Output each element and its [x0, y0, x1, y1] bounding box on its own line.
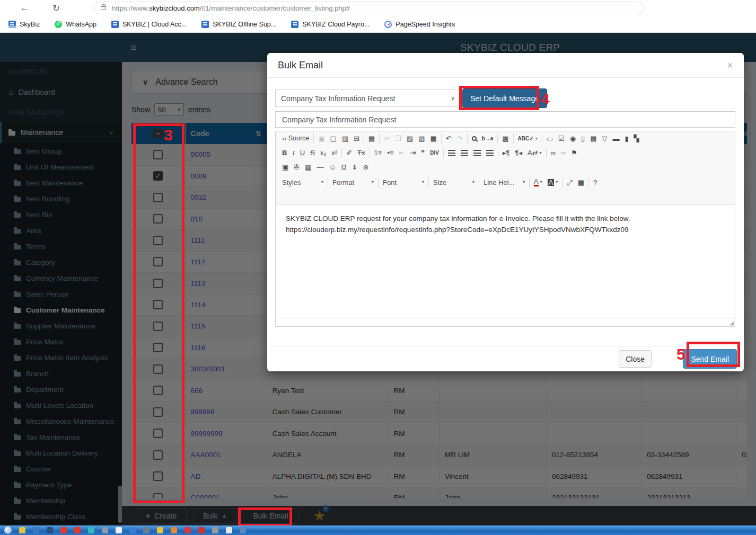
link-button[interactable]: ∞ [548, 148, 558, 158]
div-button[interactable]: DIV [427, 149, 442, 157]
paste-text-button[interactable]: ▧ [416, 133, 427, 144]
template-select[interactable]: Company Tax Information Request ∨ [275, 90, 461, 107]
send-email-button[interactable]: Send Email [683, 349, 737, 369]
preview-button[interactable]: ▥ [339, 133, 351, 144]
taskbar-icon[interactable] [74, 527, 81, 533]
taskbar-icon[interactable] [19, 527, 25, 533]
align-justify-button[interactable] [484, 148, 496, 157]
about-button[interactable]: ? [591, 177, 600, 188]
resize-handle[interactable]: ◢ [729, 320, 734, 326]
find-button[interactable] [469, 135, 479, 142]
blockquote-button[interactable]: ❞ [418, 148, 427, 158]
taskbar-icon[interactable] [226, 527, 232, 533]
taskbar-icon[interactable] [116, 527, 122, 533]
indent-button[interactable]: ⇥ [407, 148, 418, 158]
taskbar-icon[interactable] [47, 527, 53, 533]
refresh-icon[interactable]: ↻ [52, 3, 60, 14]
undo-button[interactable]: ↶ [443, 133, 454, 144]
form-button[interactable]: ▭ [544, 133, 556, 144]
replace-button[interactable]: b→a [479, 135, 496, 143]
taskbar-icon[interactable] [102, 527, 108, 533]
hidden-field-button[interactable]: ▚ [631, 133, 642, 144]
align-left-button[interactable] [445, 148, 458, 157]
bookmark-whatsapp[interactable]: WhatsApp [55, 21, 96, 28]
align-center-button[interactable] [458, 148, 471, 157]
select-all-button[interactable]: ▩ [499, 133, 511, 144]
taskbar-icon[interactable] [198, 527, 205, 533]
image-button-button[interactable]: ▮ [622, 133, 631, 144]
anchor-button[interactable]: ⚑ [568, 148, 580, 158]
checkbox-button[interactable]: ☑ [556, 133, 567, 144]
subscript-button[interactable]: x₂ [318, 148, 329, 158]
address-bar[interactable]: https://www.skybizcloud.com/01/maintenan… [93, 2, 644, 14]
line-height-combo-button[interactable]: Line Hei...▾ [481, 177, 528, 188]
bg-color-button[interactable]: A▾ [545, 177, 561, 188]
bold-button[interactable]: B [279, 148, 289, 158]
print-button[interactable]: ⊟ [351, 133, 362, 144]
line-height-combo-icon: Line Hei... [484, 179, 515, 186]
taskbar-icon[interactable] [143, 527, 150, 533]
button-button[interactable]: ▬ [610, 133, 622, 144]
copy-formatting-button[interactable]: ✐ [344, 148, 355, 158]
taskbar-icon[interactable] [171, 527, 177, 533]
page-break-button[interactable]: ⇟ [349, 162, 361, 172]
taskbar-icon[interactable] [184, 527, 191, 533]
close-button[interactable]: Close [619, 350, 652, 368]
spell-check-button[interactable]: ABC✓▾ [515, 135, 540, 143]
taskbar-icon[interactable] [88, 527, 94, 533]
set-default-message-button[interactable]: Set Default Message [462, 88, 547, 108]
flash-button[interactable]: ✇ [291, 162, 302, 172]
underline-button[interactable]: U [297, 148, 307, 158]
radio-button[interactable]: ◉ [567, 133, 578, 144]
bookmark-label: PageSpeed Insights [395, 21, 455, 28]
format-combo-button[interactable]: Format▾ [330, 177, 376, 188]
taskbar-icon[interactable] [129, 527, 136, 533]
taskbar-icon[interactable] [60, 527, 67, 533]
bookmark-skybiz[interactable]: SkyBiz [8, 21, 40, 28]
bookmark-skybiz-cloud-payro-[interactable]: SKYBIZ Cloud Payro... [291, 21, 370, 28]
superscript-button[interactable]: x² [329, 148, 340, 158]
maximize-button[interactable]: ⤢ [564, 177, 575, 188]
templates-button[interactable]: ▤ [366, 133, 377, 144]
table-button[interactable]: ▦ [302, 162, 314, 172]
paste-word-button[interactable]: ▦ [428, 133, 439, 144]
close-icon[interactable]: × [727, 59, 733, 72]
font-combo-button[interactable]: Font▾ [380, 177, 427, 188]
taskbar-icon[interactable] [157, 527, 163, 533]
back-icon[interactable]: ← [20, 3, 29, 13]
taskbar-icon[interactable] [212, 527, 218, 533]
bidi-ltr-button[interactable]: ▸¶ [500, 148, 513, 158]
remove-format-button[interactable]: Tx [355, 148, 367, 158]
horizontal-line-button[interactable]: ― [314, 162, 327, 172]
bulleted-list-button[interactable]: •≡ [384, 148, 396, 158]
numbered-list-button[interactable]: 1≡ [372, 148, 385, 158]
show-blocks-button[interactable]: ▦ [575, 177, 587, 188]
new-page-button[interactable]: ▢ [328, 133, 339, 144]
italic-button[interactable]: I [289, 148, 297, 158]
styles-combo-button[interactable]: Styles▾ [279, 177, 326, 188]
strikethrough-button[interactable]: S [307, 148, 318, 158]
bidi-rtl-button[interactable]: ¶◂ [513, 148, 525, 158]
source-button[interactable]: ‹›Source [279, 133, 312, 144]
textarea-button[interactable]: ▤ [587, 133, 599, 144]
align-right-button[interactable] [471, 148, 484, 157]
taskbar-icon[interactable] [33, 527, 39, 533]
text-field-button[interactable]: ▯ [578, 133, 587, 144]
toolbar-group: Styles▾ [278, 177, 328, 188]
editor-content[interactable]: SKYBIZ CLOUD ERP request for your compan… [276, 204, 735, 318]
bookmark-pagespeed-insights[interactable]: PageSpeed Insights [384, 21, 455, 28]
start-button[interactable] [4, 527, 12, 534]
text-color-button[interactable]: A▾ [531, 176, 545, 188]
image-button[interactable]: ▣ [279, 162, 291, 172]
smiley-button[interactable]: ☺ [327, 162, 339, 172]
paste-button[interactable]: ▨ [404, 133, 416, 144]
select-field-button[interactable]: ▽ [599, 133, 610, 144]
bookmark-skybiz-cloud-acc-[interactable]: SKYBIZ | Cloud Acc... [111, 21, 187, 28]
taskbar-icon[interactable] [240, 527, 246, 533]
language-button[interactable]: A⇄▾ [525, 148, 544, 158]
size-combo-button[interactable]: Size▾ [430, 177, 477, 188]
special-char-button[interactable]: Ω [339, 162, 349, 172]
bookmark-skybiz-offline-sup-[interactable]: SKYBIZ Offline Sup... [201, 21, 276, 28]
iframe-button[interactable]: ⊛ [360, 162, 371, 172]
subject-input[interactable] [275, 111, 735, 128]
